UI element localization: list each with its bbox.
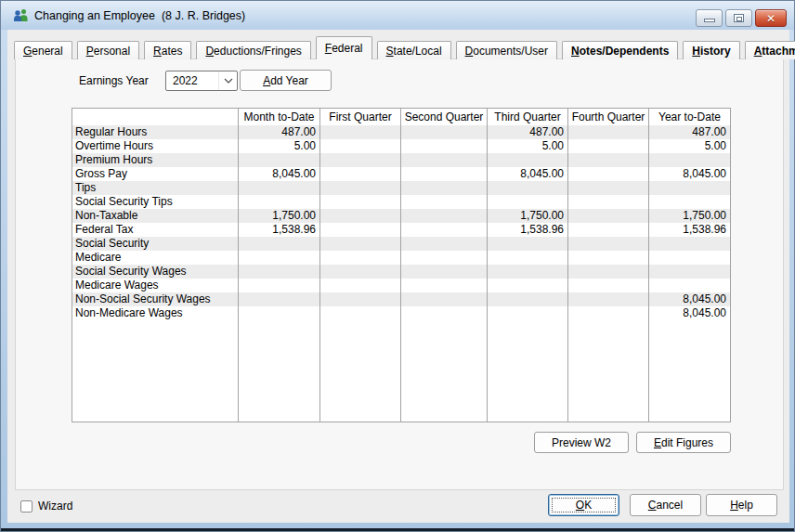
earnings-year-select[interactable]: 2022 [165, 71, 238, 91]
row-label: Non-Medicare Wages [72, 306, 238, 320]
row-label: Medicare [72, 251, 238, 265]
cell: 8,045.00 [648, 167, 730, 181]
table-row: Premium Hours [72, 153, 730, 167]
add-year-button[interactable]: Add Year [240, 70, 332, 91]
cell: 1,750.00 [238, 209, 319, 223]
row-label: Medicare Wages [72, 279, 238, 292]
cell [567, 209, 648, 223]
cell [400, 139, 487, 153]
help-button[interactable]: Help [706, 494, 777, 516]
table-row: Medicare Wages [72, 279, 730, 292]
cell: 1,538.96 [648, 223, 730, 237]
cell [567, 306, 648, 320]
edit-figures-button[interactable]: Edit Figures [636, 432, 731, 453]
window-controls: ✕ [696, 9, 787, 27]
cell [648, 195, 730, 209]
earnings-year-value: 2022 [166, 74, 218, 87]
table-row: Social Security Tips [72, 195, 730, 209]
cell [238, 251, 319, 265]
chevron-down-icon[interactable] [218, 71, 237, 90]
cell [319, 125, 400, 139]
tab-deductions-fringes[interactable]: Deductions/Fringes [196, 41, 310, 59]
table-row: Federal Tax1,538.961,538.961,538.96 [72, 223, 730, 237]
title-bar[interactable]: Changing an Employee (8 J. R. Bridges) ✕ [1, 1, 794, 30]
column-header: Month to-Date [238, 109, 319, 125]
cell [319, 139, 400, 153]
table-row: Gross Pay8,045.008,045.008,045.00 [72, 167, 730, 181]
column-header: Year to-Date [648, 109, 730, 125]
cell [319, 195, 400, 209]
cell [648, 237, 730, 251]
table-row: Tips [72, 181, 730, 195]
employees-icon [13, 8, 29, 22]
preview-w2-button[interactable]: Preview W2 [534, 432, 629, 453]
column-header [72, 109, 238, 125]
cell [567, 251, 648, 265]
cell [567, 125, 648, 139]
cell [567, 223, 648, 237]
tab-attachments[interactable]: Attachments [745, 41, 795, 59]
cell [648, 251, 730, 265]
dialog-window: Changing an Employee (8 J. R. Bridges) ✕… [0, 0, 795, 532]
cell [567, 265, 648, 279]
cell [400, 181, 487, 195]
cell: 1,750.00 [487, 209, 567, 223]
cell [238, 292, 319, 306]
cell [648, 279, 730, 292]
cell: 5.00 [487, 139, 567, 153]
table-row: Non-Social Security Wages8,045.00 [72, 292, 730, 306]
table-row: Social Security [72, 237, 730, 251]
row-label: Social Security Wages [72, 265, 238, 279]
tab-history[interactable]: History [683, 41, 739, 59]
cell [238, 265, 319, 279]
cell [238, 306, 319, 320]
cell [567, 139, 648, 153]
cell [319, 223, 400, 237]
cell [319, 167, 400, 181]
tab-strip: GeneralPersonalRatesDeductions/FringesFe… [14, 36, 795, 59]
column-header: Fourth Quarter [567, 109, 648, 125]
table-row: Social Security Wages [72, 265, 730, 279]
table-row: Overtime Hours5.005.005.00 [72, 139, 730, 153]
cell [319, 209, 400, 223]
maximize-icon [734, 14, 744, 22]
dialog-body: GeneralPersonalRatesDeductions/FringesFe… [7, 30, 789, 523]
cell [319, 279, 400, 292]
row-label: Overtime Hours [72, 139, 238, 153]
tab-state-local[interactable]: State/Local [377, 41, 451, 59]
cell [648, 153, 730, 167]
table-row: Regular Hours487.00487.00487.00 [72, 125, 730, 139]
tab-personal[interactable]: Personal [77, 41, 139, 59]
cell [400, 279, 487, 292]
tab-general[interactable]: General [14, 41, 72, 59]
cell: 8,045.00 [487, 167, 567, 181]
cell [487, 237, 567, 251]
cancel-button[interactable]: Cancel [630, 494, 701, 516]
cell [319, 306, 400, 320]
tab-rates[interactable]: Rates [144, 41, 191, 59]
cell [487, 251, 567, 265]
cell [319, 181, 400, 195]
tab-documents-user[interactable]: Documents/User [456, 41, 557, 59]
cell [567, 153, 648, 167]
cell [400, 265, 487, 279]
close-button[interactable]: ✕ [755, 9, 787, 27]
tab-federal[interactable]: Federal [316, 36, 372, 59]
ok-button[interactable]: OK [548, 494, 619, 516]
maximize-button[interactable] [725, 9, 752, 27]
cell [487, 279, 567, 292]
wizard-checkbox[interactable] [20, 500, 33, 513]
cell [487, 153, 567, 167]
minimize-icon [704, 19, 715, 22]
tab-notes-dependents[interactable]: Notes/Dependents [562, 41, 678, 59]
grid-filler-row [72, 320, 730, 422]
close-icon: ✕ [766, 12, 775, 25]
cell [567, 181, 648, 195]
cell: 8,045.00 [648, 292, 730, 306]
cell [567, 237, 648, 251]
row-label: Social Security Tips [72, 195, 238, 209]
minimize-button[interactable] [696, 9, 723, 27]
cell [400, 167, 487, 181]
cell [319, 237, 400, 251]
table-row: Non-Taxable1,750.001,750.001,750.00 [72, 209, 730, 223]
